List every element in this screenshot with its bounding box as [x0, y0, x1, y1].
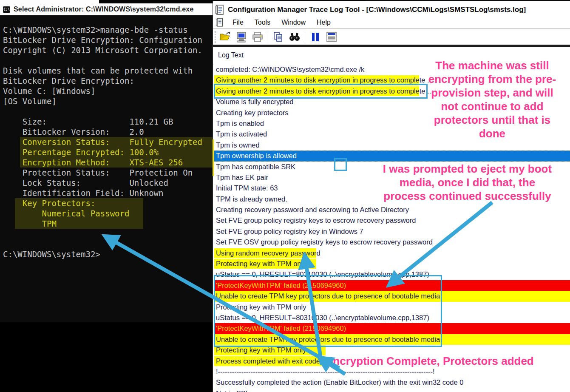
- cmd-line: Numerical Password: [3, 208, 213, 219]
- menu-item-tools[interactable]: Tools: [249, 19, 276, 26]
- log-row[interactable]: Using random recovery password: [214, 248, 570, 258]
- mdi-child-icon: [216, 18, 223, 27]
- annotation-encryption-complete: Encryption Complete, Protectors added: [326, 355, 570, 367]
- annotation-eject-media: I was prompted to eject my bootmedia, on…: [365, 162, 570, 203]
- cmd-titlebar[interactable]: C:\ Select Administrator: C:\WINDOWS\sys…: [0, 3, 213, 16]
- cmtrace-titlebar[interactable]: Configuration Manager Trace Log Tool - […: [213, 3, 570, 16]
- pause-icon[interactable]: [309, 31, 322, 43]
- log-row-text: Volume is fully encrypted: [216, 98, 294, 105]
- log-row[interactable]: Set FVE OSV group policy registry keys t…: [214, 237, 570, 247]
- log-row-text: Protecting key with TPM only: [216, 260, 306, 267]
- cmd-line: Key Protectors:: [3, 198, 213, 208]
- log-row-text: Set FVE group policy registry keys to es…: [216, 216, 416, 224]
- log-row-text: Process completed with exit code 0: [216, 357, 326, 365]
- log-row[interactable]: Set FVE group policy registry keys to es…: [214, 215, 570, 226]
- annotation-line: not continue to add: [414, 99, 570, 113]
- annotation-line: done: [414, 127, 570, 140]
- cmd-window-title: Select Administrator: C:\WINDOWS\system3…: [14, 6, 194, 13]
- log-row-text: Set FVE OSV group policy registry keys t…: [216, 238, 433, 246]
- cmtrace-app-icon: [216, 5, 224, 15]
- log-row-text: Creating recovery password and escrowing…: [216, 206, 409, 213]
- teal-highlight-box-giving-row: [214, 84, 428, 99]
- menu-item-help[interactable]: Help: [311, 19, 336, 26]
- log-row-text: Tpm is activated: [216, 130, 267, 138]
- log-row-text: Initial TPM state: 63: [216, 184, 278, 192]
- cmd-window: C:\ Select Administrator: C:\WINDOWS\sys…: [0, 3, 213, 322]
- cmd-console-text: C:\WINDOWS\system32>manage-bde -statusBi…: [3, 25, 213, 259]
- cmd-line: [3, 106, 213, 116]
- log-row-text: Protecting key with TPM only: [216, 346, 306, 354]
- cmd-line: Conversion Status: Fully Encrypted: [3, 137, 213, 147]
- log-row-text: Successfully completed the action (Enabl…: [216, 378, 463, 386]
- log-row[interactable]: !---------------------------------------…: [214, 366, 570, 377]
- computer-icon[interactable]: [235, 31, 248, 43]
- cmd-line: TPM: [3, 219, 213, 229]
- cmd-line: BitLocker Drive Encryption: Configuratio…: [3, 35, 213, 45]
- menu-separator: [213, 28, 570, 29]
- cmd-line: Size: 110.21 GB: [3, 116, 213, 127]
- log-row[interactable]: Successfully completed the action (Enabl…: [214, 377, 570, 388]
- annotation-line: The machine was still: [414, 59, 570, 72]
- annotation-line: protectors until that is: [414, 113, 570, 127]
- log-row[interactable]: Protecting key with TPM only: [214, 258, 570, 269]
- log-row-text: Tpm is owned: [216, 141, 260, 149]
- loglist-icon[interactable]: [325, 31, 338, 43]
- annotation-line: I was prompted to eject my boot: [365, 162, 570, 176]
- log-row-text: Tpm ownership is allowed: [216, 152, 297, 159]
- log-row-text: Tpm has compatible SRK: [216, 163, 295, 170]
- screenshot-root: C:\ Select Administrator: C:\WINDOWS\sys…: [0, 0, 570, 392]
- log-row[interactable]: Creating recovery password and escrowing…: [214, 205, 570, 215]
- log-row[interactable]: Not in SSL: [214, 388, 570, 392]
- annotation-line: media, once I did that, the: [365, 176, 570, 189]
- log-row-text: Tpm has EK pair: [216, 173, 268, 181]
- menu-item-file[interactable]: File: [227, 19, 249, 26]
- cmd-line: [3, 55, 213, 65]
- toolbar-underline: [213, 45, 570, 47]
- log-row-text: Set FVE group policy registry key in Win…: [216, 227, 363, 235]
- toolbar-separator: [268, 31, 268, 43]
- cmd-line: [3, 239, 213, 249]
- toolbar-icons: [217, 31, 340, 43]
- log-row-text: Giving another 2 minutes to disk encrypt…: [216, 76, 433, 84]
- cmd-line: Copyright (C) 2013 Microsoft Corporation…: [3, 45, 213, 55]
- cmd-line: Protection Status: Protection On: [3, 168, 213, 178]
- open-icon[interactable]: [219, 31, 232, 43]
- cmd-line: [3, 229, 213, 239]
- log-row-text: completed: C:\WINDOWS\system32\cmd.exe /…: [216, 65, 364, 73]
- teal-highlight-box-error-block: [214, 275, 442, 347]
- cmd-line: BitLocker Drive Encryption:: [3, 76, 213, 86]
- log-row[interactable]: Set FVE group policy registry key in Win…: [214, 226, 570, 237]
- cmd-line: Lock Status: Unlocked: [3, 178, 213, 188]
- cmtrace-toolbar: [213, 29, 570, 45]
- cmd-line: Volume C: [Windows]: [3, 86, 213, 96]
- annotation-line: encrypting from the pre-: [414, 72, 570, 86]
- log-row[interactable]: Tpm is owned: [214, 140, 570, 151]
- cmd-line: C:\WINDOWS\system32>manage-bde -status: [3, 25, 213, 35]
- find-icon[interactable]: [288, 31, 301, 43]
- cmd-line: [OS Volume]: [3, 96, 213, 106]
- log-row-text: Tpm is enabled: [216, 119, 264, 127]
- log-column-header-label: Log Text: [218, 51, 244, 59]
- log-row-text: !---------------------------------------…: [216, 368, 435, 375]
- cmtrace-menubar: FileToolsWindowHelp: [213, 16, 570, 28]
- yellow-edge-mark: [213, 139, 214, 176]
- log-row-text: Creating key protectors: [216, 109, 289, 116]
- copy-icon[interactable]: [272, 31, 285, 43]
- cmd-line: BitLocker Version: 2.0: [3, 127, 213, 137]
- cmtrace-window-title: Configuration Manager Trace Log Tool - […: [228, 6, 526, 14]
- annotation-line: provision step, and will: [414, 86, 570, 99]
- top-strip-left: [0, 0, 99, 3]
- menu-items: FileToolsWindowHelp: [227, 19, 336, 26]
- annotation-pre-provision: The machine was stillencrypting from the…: [414, 59, 570, 140]
- cmd-line: Identification Field: Unknown: [3, 188, 213, 198]
- cmd-console[interactable]: C:\WINDOWS\system32>manage-bde -statusBi…: [0, 15, 213, 322]
- log-row-text: Using random recovery password: [216, 249, 320, 257]
- cmd-line: Disk volumes that can be protected with: [3, 65, 213, 76]
- log-row-text: TPM is already owned.: [216, 195, 287, 203]
- toolbar-separator: [305, 31, 305, 43]
- log-row-text: Not in SSL: [216, 389, 250, 392]
- annotation-line: process continued successfully: [365, 189, 570, 203]
- print-icon[interactable]: [251, 31, 264, 43]
- log-row-selected[interactable]: Tpm ownership is allowed: [214, 151, 570, 161]
- menu-item-window[interactable]: Window: [276, 19, 311, 26]
